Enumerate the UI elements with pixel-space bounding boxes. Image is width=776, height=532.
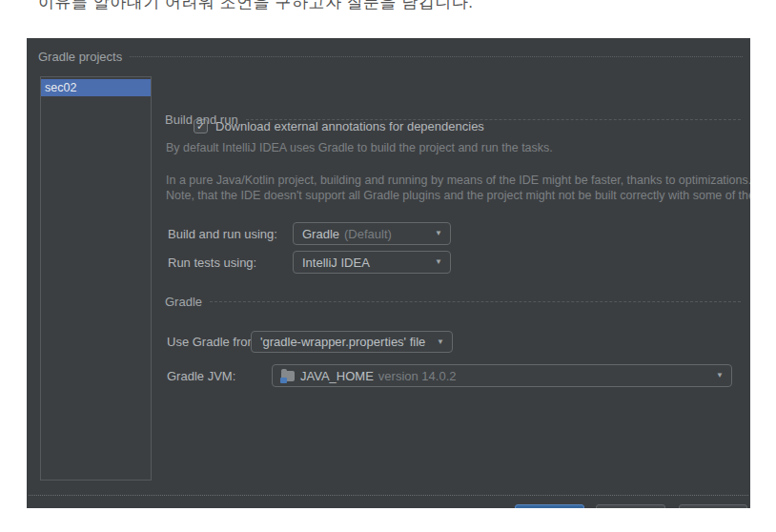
combo-value: Gradle (302, 227, 339, 241)
gradle-section-title: Gradle (165, 295, 202, 309)
build-and-run-title: Build and run (165, 113, 238, 127)
build-run-using-label: Build and run using: (168, 227, 277, 241)
jdk-folder-icon (281, 371, 295, 381)
cancel-button[interactable] (596, 504, 665, 508)
run-tests-using-select[interactable]: IntelliJ IDEA ▼ (293, 251, 451, 274)
chevron-down-icon: ▼ (437, 338, 444, 346)
section-rule (130, 56, 743, 57)
gradle-jvm-select[interactable]: JAVA_HOME version 14.0.2 ▼ (272, 364, 732, 387)
apply-button[interactable] (679, 504, 747, 508)
gradle-projects-list[interactable]: sec02 (40, 76, 152, 481)
dialog-bottom-separator (29, 495, 748, 496)
description-line: Note, that the IDE doesn't support all G… (166, 189, 750, 202)
build-and-run-section-header: Build and run (165, 113, 741, 127)
build-run-using-select[interactable]: Gradle (Default) ▼ (293, 222, 451, 245)
list-item-sec02[interactable]: sec02 (41, 79, 151, 96)
combo-value-suffix: version 14.0.2 (378, 369, 457, 383)
run-tests-using-row: Run tests using: (168, 251, 256, 274)
use-gradle-from-select[interactable]: 'gradle-wrapper.properties' file ▼ (251, 331, 453, 353)
combo-value: JAVA_HOME (300, 369, 374, 383)
gradle-section-header: Gradle (165, 295, 741, 309)
chevron-down-icon: ▼ (435, 257, 442, 266)
gradle-projects-section-header: Gradle projects (38, 50, 743, 64)
gradle-settings-dialog: Gradle projects sec02 ✓ Download externa… (27, 38, 750, 508)
gradle-projects-title: Gradle projects (38, 50, 122, 64)
build-run-description-2: In a pure Java/Kotlin project, building … (166, 173, 750, 203)
description-line: In a pure Java/Kotlin project, building … (166, 174, 750, 187)
chevron-down-icon: ▼ (435, 229, 442, 237)
ok-button[interactable] (515, 504, 584, 508)
gradle-jvm-row: Gradle JVM: (167, 364, 235, 387)
gradle-jvm-label: Gradle JVM: (167, 369, 235, 383)
page-paragraph-korean: 이유를 알아내기 어려워 조언을 구하고자 질문을 남깁니다. (38, 0, 474, 13)
section-rule (246, 119, 741, 120)
run-tests-using-label: Run tests using: (168, 256, 256, 270)
use-gradle-from-label: Use Gradle from: (167, 335, 261, 349)
combo-value-suffix: (Default) (344, 227, 392, 241)
chevron-down-icon: ▼ (716, 371, 724, 379)
use-gradle-from-row: Use Gradle from: (167, 331, 261, 353)
build-run-using-row: Build and run using: (168, 222, 277, 245)
section-rule (210, 301, 741, 302)
combo-value: IntelliJ IDEA (302, 256, 370, 270)
combo-value: 'gradle-wrapper.properties' file (260, 335, 425, 349)
build-run-description-1: By default IntelliJ IDEA uses Gradle to … (166, 140, 553, 155)
